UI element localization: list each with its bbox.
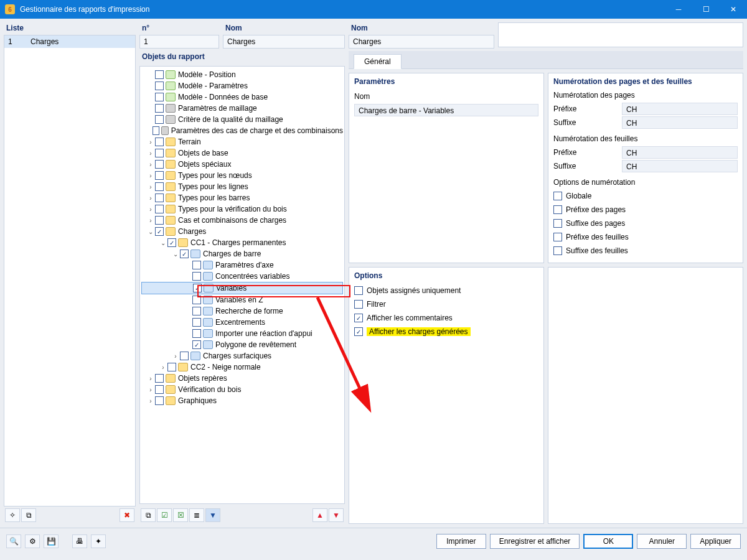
- name-field[interactable]: Charges: [223, 35, 345, 49]
- tree-item[interactable]: ›Cas et combinaisons de charges: [141, 215, 343, 226]
- tree-item[interactable]: ›Graphiques: [141, 395, 343, 406]
- tree-checkbox[interactable]: [180, 250, 189, 258]
- tree-caret-icon[interactable]: ›: [146, 195, 155, 202]
- no-field[interactable]: 1: [139, 35, 219, 49]
- tree-item[interactable]: ›Charges surfaciques: [141, 350, 343, 362]
- name2-field[interactable]: Charges: [349, 35, 494, 49]
- tree-checkbox[interactable]: [155, 385, 164, 394]
- new-report-button[interactable]: ✧: [5, 508, 20, 522]
- pages-suffix-field[interactable]: CH: [622, 116, 738, 129]
- tree-caret-icon[interactable]: ⌄: [171, 251, 180, 258]
- tree-checkbox[interactable]: [167, 238, 176, 247]
- tree-item[interactable]: ›Objets de base: [141, 147, 343, 159]
- tree-checkbox[interactable]: [155, 194, 164, 202]
- tree-item[interactable]: Recherche de forme: [141, 306, 343, 317]
- save-template-button[interactable]: 💾: [44, 534, 59, 548]
- tree-item[interactable]: Importer une réaction d'appui: [141, 328, 343, 339]
- pages-prefix-field[interactable]: CH: [622, 103, 738, 115]
- tree-checkbox[interactable]: [155, 182, 164, 191]
- tree-checkbox[interactable]: [155, 138, 164, 146]
- sheets-prefix-field[interactable]: CH: [622, 146, 738, 159]
- tree-checkbox[interactable]: [192, 296, 201, 304]
- tree-checkbox[interactable]: [155, 374, 164, 383]
- tree-checkbox[interactable]: [155, 149, 164, 157]
- tree-caret-icon[interactable]: ›: [146, 172, 155, 179]
- tree-caret-icon[interactable]: ›: [159, 364, 167, 371]
- tree-caret-icon[interactable]: ⌄: [159, 240, 167, 246]
- tree-checkbox[interactable]: [180, 352, 189, 360]
- opt-comments-checkbox[interactable]: [354, 314, 363, 322]
- tree-checkbox[interactable]: [155, 104, 164, 113]
- close-button[interactable]: ✕: [720, 0, 747, 19]
- tree-item[interactable]: ›CC2 - Neige normale: [141, 362, 343, 373]
- opt-suffix-pages-checkbox[interactable]: [553, 219, 562, 228]
- tree-item[interactable]: ›Types pour les nœuds: [141, 170, 343, 181]
- settings-button[interactable]: ⚙: [25, 534, 40, 548]
- tree-item[interactable]: Modèle - Paramètres: [141, 80, 343, 91]
- tree-checkbox[interactable]: [155, 93, 164, 101]
- tree-caret-icon[interactable]: ⌄: [146, 228, 155, 235]
- tree-checkbox[interactable]: [167, 363, 176, 371]
- object-tree[interactable]: Modèle - PositionModèle - ParamètresModè…: [139, 66, 345, 504]
- tree-item[interactable]: Paramètres des cas de charge et des comb…: [141, 125, 343, 136]
- tree-checkbox[interactable]: [155, 216, 164, 225]
- sheets-suffix-field[interactable]: CH: [622, 160, 738, 172]
- tree-copy-button[interactable]: ⧉: [141, 508, 156, 522]
- tree-item[interactable]: ›Objets spéciaux: [141, 159, 343, 170]
- tree-caret-icon[interactable]: ›: [146, 206, 155, 213]
- copy-report-button[interactable]: ⧉: [21, 508, 36, 522]
- tree-caret-icon[interactable]: ›: [146, 375, 155, 382]
- tree-checkbox[interactable]: [155, 82, 164, 90]
- ok-button[interactable]: OK: [583, 534, 633, 549]
- tree-item[interactable]: ›Types pour les barres: [141, 192, 343, 203]
- tree-item[interactable]: Variables: [141, 282, 343, 294]
- tab-general[interactable]: Général: [354, 54, 402, 69]
- tree-caret-icon[interactable]: ›: [146, 398, 155, 404]
- delete-report-button[interactable]: ✖: [120, 508, 134, 522]
- tree-list-button[interactable]: ≣: [189, 508, 204, 522]
- tree-checkall-button[interactable]: ☑: [157, 508, 172, 522]
- opt-assigned-checkbox[interactable]: [354, 286, 363, 295]
- tree-item[interactable]: Modèle - Position: [141, 69, 343, 80]
- tree-item[interactable]: Polygone de revêtement: [141, 339, 343, 350]
- tree-checkbox[interactable]: [192, 272, 201, 281]
- cancel-button[interactable]: Annuler: [637, 534, 687, 549]
- apply-button[interactable]: Appliquer: [690, 534, 741, 549]
- tree-uncheckall-button[interactable]: ☒: [173, 508, 188, 522]
- tree-caret-icon[interactable]: ›: [146, 184, 155, 190]
- tree-caret-icon[interactable]: ›: [146, 139, 155, 146]
- tree-checkbox[interactable]: [155, 205, 164, 213]
- tree-checkbox[interactable]: [192, 340, 201, 349]
- tree-caret-icon[interactable]: ›: [146, 386, 155, 393]
- tree-item[interactable]: ›Terrain: [141, 136, 343, 147]
- tree-checkbox[interactable]: [155, 70, 164, 79]
- tree-caret-icon[interactable]: ›: [146, 150, 155, 157]
- tree-checkbox[interactable]: [155, 396, 164, 405]
- tree-checkbox[interactable]: [153, 126, 159, 135]
- opt-global-checkbox[interactable]: [553, 192, 562, 200]
- minimize-button[interactable]: ─: [665, 0, 692, 19]
- move-up-button[interactable]: ▲: [312, 508, 327, 522]
- save-and-show-button[interactable]: Enregistrer et afficher: [490, 534, 580, 549]
- tree-caret-icon[interactable]: ›: [171, 353, 180, 360]
- tree-checkbox[interactable]: [155, 115, 164, 124]
- tree-caret-icon[interactable]: ›: [146, 161, 155, 168]
- tree-item[interactable]: Variables en Z: [141, 294, 343, 306]
- tree-item[interactable]: ›Types pour les lignes: [141, 181, 343, 192]
- print-setup-button[interactable]: 🖶: [72, 534, 87, 548]
- language-button[interactable]: ✦: [91, 534, 106, 548]
- tree-item[interactable]: Concentrées variables: [141, 271, 343, 282]
- tree-item[interactable]: Paramètres d'axe: [141, 259, 343, 271]
- tree-item[interactable]: Excentrements: [141, 317, 343, 328]
- opt-suffix-sheets-checkbox[interactable]: [553, 246, 562, 255]
- move-down-button[interactable]: ▼: [329, 508, 344, 522]
- tree-checkbox[interactable]: [192, 307, 201, 315]
- opt-prefix-pages-checkbox[interactable]: [553, 205, 562, 214]
- tree-checkbox[interactable]: [192, 329, 201, 338]
- opt-filter-checkbox[interactable]: [354, 300, 363, 309]
- tree-filter-button[interactable]: ▼: [205, 508, 220, 522]
- tree-item[interactable]: Paramètres de maillage: [141, 103, 343, 114]
- tree-item[interactable]: ›Types pour la vérification du bois: [141, 203, 343, 215]
- help-button[interactable]: 🔍: [6, 534, 21, 548]
- tree-item[interactable]: ⌄Charges: [141, 226, 343, 237]
